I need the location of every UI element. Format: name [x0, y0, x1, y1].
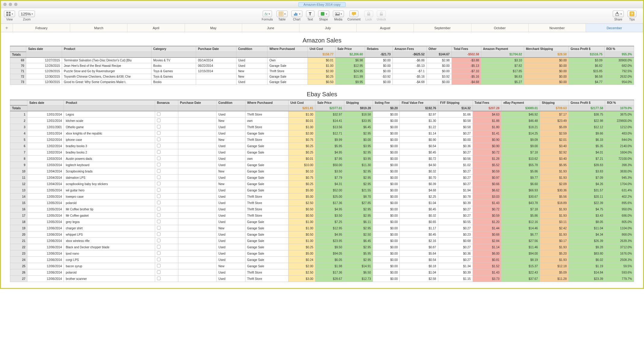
checkbox[interactable] — [157, 201, 161, 204]
checkbox[interactable] — [157, 258, 161, 261]
checkbox[interactable] — [157, 112, 161, 116]
table-row[interactable]: 1912/06/2014charger shirtNewGarage Sale$… — [10, 225, 634, 231]
checkbox[interactable] — [157, 213, 161, 217]
table-row[interactable]: 1512/05/2014polaroidUsedThrift Store$2.5… — [10, 200, 634, 206]
checkbox[interactable] — [157, 175, 161, 179]
checkbox[interactable] — [157, 163, 161, 166]
col-header[interactable]: ROI % — [605, 100, 634, 106]
amazon-table[interactable]: Sales dateProductCategoryPurchase DateCo… — [10, 46, 634, 85]
col-header[interactable]: Gross Profit $ — [569, 100, 605, 106]
table-row[interactable]: 1412/05/2014lowepro caseUsedThrift Store… — [10, 194, 634, 200]
table-row[interactable]: 212/01/2014kitchen scaleNewown$0.01$14.4… — [10, 118, 634, 124]
table-row[interactable]: 1112/04/2014dalmation LPSUsedGarage Sale… — [10, 175, 634, 181]
col-header[interactable]: Purchase Date — [196, 46, 236, 52]
col-header[interactable]: Condition — [216, 100, 245, 106]
media-button[interactable]: ▾ — [333, 11, 344, 17]
col-header[interactable]: Purchase Date — [178, 100, 216, 106]
table-row[interactable]: 412/01/2014xbox knights of the republicU… — [10, 130, 634, 137]
tab-october[interactable]: October — [471, 24, 529, 32]
formula-button[interactable]: fx▾ — [263, 11, 272, 17]
table-row[interactable]: 6912/27/2015Terminator Salvation (Two-Di… — [10, 57, 634, 63]
table-row[interactable]: 1712/05/2014Mr Coffee gasketUsedThrift S… — [10, 212, 634, 219]
share-button[interactable]: ▾ — [613, 11, 624, 17]
table-row[interactable]: 812/03/2014Austin powers dadsUsedown$0.0… — [10, 156, 634, 162]
table-row[interactable]: 7312/30/2015Good to Great: Why Some Comp… — [10, 79, 634, 85]
col-header[interactable]: Unit Cost — [308, 46, 336, 52]
tab-april[interactable]: April — [127, 24, 185, 32]
checkbox[interactable] — [157, 119, 161, 122]
table-row[interactable]: 2012/06/2014whippet LPSUsedGarage Sale$0… — [10, 231, 634, 238]
table-row[interactable]: 2612/06/2014polaroidUsedThrift Store$2.5… — [10, 269, 634, 276]
table-row[interactable]: 2112/06/2014xbox wireless rifleUsedGarag… — [10, 238, 634, 244]
tab-may[interactable]: May — [185, 24, 242, 32]
col-header[interactable]: Gross Profit $ — [569, 46, 605, 52]
col-header[interactable]: Unit Cost — [288, 100, 315, 106]
col-header[interactable]: Other — [427, 46, 452, 52]
tips-button[interactable]: ? — [627, 11, 636, 17]
shape-button[interactable]: ▾ — [318, 11, 329, 17]
col-header[interactable]: FVF Shipping — [438, 100, 473, 106]
checkbox[interactable] — [157, 156, 161, 160]
checkbox[interactable] — [157, 150, 161, 154]
checkbox[interactable] — [157, 169, 161, 173]
col-header[interactable]: listing Fee — [373, 100, 400, 106]
comment-button[interactable] — [349, 11, 358, 17]
col-header[interactable]: Product — [62, 46, 152, 52]
col-header[interactable]: Sale Price — [315, 100, 344, 106]
table-row[interactable]: 912/03/2014logitech keyboardUsedGarage S… — [10, 162, 634, 168]
col-header[interactable]: Rebates — [365, 46, 392, 52]
col-header[interactable]: Where Purchased — [267, 46, 308, 52]
view-button[interactable]: ▾ — [4, 11, 15, 17]
checkbox[interactable] — [157, 226, 161, 230]
tab-july[interactable]: July — [299, 24, 357, 32]
table-row[interactable]: 7212/30/2015Toysmith Chinese Checkers, C… — [10, 74, 634, 79]
tab-august[interactable]: August — [357, 24, 414, 32]
table-row[interactable]: 1612/05/2014Mr Coffee brother tipUsedThr… — [10, 206, 634, 212]
table-row[interactable]: 712/02/2014bradley books 2UsedGarage Sal… — [10, 149, 634, 156]
col-header[interactable]: Total Fees — [452, 46, 481, 52]
col-header[interactable]: Where Purchased — [245, 100, 288, 106]
ebay-table[interactable]: Sales dateProductBonanzaPurchase DateCon… — [10, 100, 634, 282]
close-icon[interactable] — [3, 3, 7, 6]
checkbox[interactable] — [157, 245, 161, 249]
table-row[interactable]: 2512/06/2014bacon syrupNewGarage Sale$2.… — [10, 263, 634, 269]
checkbox[interactable] — [157, 194, 161, 198]
table-row[interactable]: 1812/05/2014grey legosUsedGarage Sale$1.… — [10, 219, 634, 225]
table-row[interactable]: 2412/06/2014corgi LPSUsedGarage Sale$0.2… — [10, 257, 634, 263]
tab-september[interactable]: September — [414, 24, 471, 32]
table-row[interactable]: 2212/06/2014Black and Decker chopper bla… — [10, 244, 634, 250]
col-header[interactable]: Amazon Payment — [481, 46, 524, 52]
text-button[interactable]: T — [306, 11, 314, 17]
checkbox[interactable] — [157, 125, 161, 129]
zoom-select[interactable]: 125%▾ — [19, 11, 35, 17]
col-header[interactable]: Total Fees — [473, 100, 502, 106]
checkbox[interactable] — [157, 251, 161, 255]
checkbox[interactable] — [157, 207, 161, 211]
checkbox[interactable] — [157, 239, 161, 242]
tab-november[interactable]: November — [529, 24, 586, 32]
add-sheet-button[interactable]: + — [1, 24, 13, 32]
col-header[interactable]: Category — [151, 46, 196, 52]
table-button[interactable]: ▾ — [277, 11, 288, 17]
checkbox[interactable] — [157, 144, 161, 147]
table-row[interactable]: 612/02/2014bradley books 3UsedGarage Sal… — [10, 143, 634, 149]
col-header[interactable]: Shipping — [540, 100, 569, 106]
checkbox[interactable] — [157, 138, 161, 141]
col-header[interactable]: Product — [64, 100, 155, 106]
checkbox[interactable] — [157, 188, 161, 192]
col-header[interactable]: Amazon Fees — [392, 46, 427, 52]
col-header[interactable]: ROI % — [604, 46, 634, 52]
chart-button[interactable]: ▾ — [291, 11, 302, 17]
col-header[interactable]: Shipping — [344, 100, 373, 106]
col-header[interactable]: Condition — [236, 46, 267, 52]
table-row[interactable]: 1212/04/2014scrapbooking baby boy sticke… — [10, 181, 634, 187]
col-header[interactable]: Final Value Fee — [400, 100, 438, 106]
tab-june[interactable]: June — [242, 24, 299, 32]
table-row[interactable]: 7012/28/2015Jean Hee's Best of the Best … — [10, 63, 634, 68]
table-row[interactable]: 112/01/2014LegosUsedThrift Store$1.00$32… — [10, 111, 634, 118]
col-header[interactable]: Merchant Shipping — [524, 46, 568, 52]
checkbox[interactable] — [157, 270, 161, 274]
checkbox[interactable] — [157, 277, 161, 280]
checkbox[interactable] — [157, 220, 161, 223]
col-header[interactable]: Bonanza — [155, 100, 178, 106]
